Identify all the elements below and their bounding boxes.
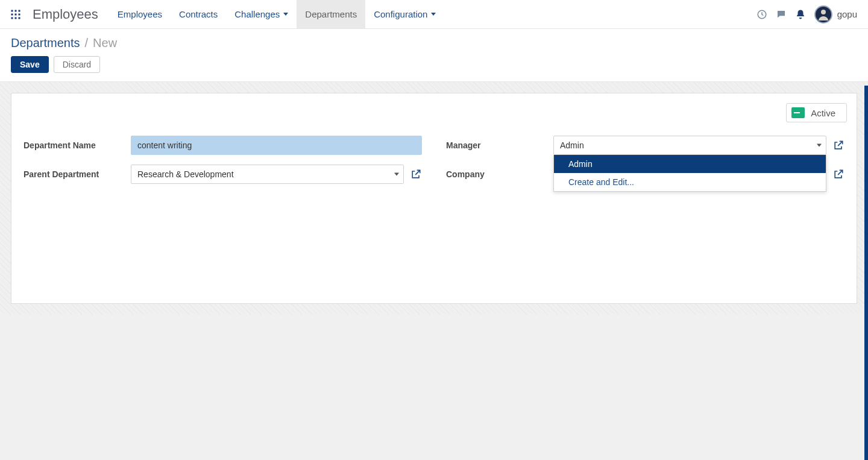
avatar (814, 5, 832, 24)
breadcrumb: Departments / New (11, 36, 857, 50)
svg-rect-2 (19, 10, 20, 11)
svg-rect-1 (15, 10, 17, 11)
row-parent-department: Parent Department (24, 165, 422, 184)
username-label: gopu (837, 9, 857, 19)
form-left-column: Department Name Parent Department (24, 136, 422, 194)
parent-department-input[interactable] (131, 165, 404, 184)
external-link-icon[interactable] (410, 168, 422, 180)
user-menu[interactable]: gopu (814, 5, 857, 24)
status-label: Active (811, 108, 835, 118)
systray: gopu (756, 5, 863, 24)
discard-button[interactable]: Discard (54, 56, 100, 73)
form-right-column: Manager Admin Create and Edit... (446, 136, 844, 194)
nav-item-label: Configuration (374, 9, 427, 19)
label-manager: Manager (446, 140, 553, 150)
manager-input[interactable] (553, 136, 826, 155)
row-department-name: Department Name (24, 136, 422, 155)
external-link-icon[interactable] (832, 168, 844, 180)
nav-item-challenges[interactable]: Challenges (226, 0, 297, 28)
breadcrumb-separator: / (85, 36, 89, 50)
chevron-down-icon (283, 13, 288, 16)
nav-item-label: Challenges (234, 9, 280, 19)
nav-item-label: Employees (118, 9, 162, 19)
svg-rect-5 (19, 13, 20, 15)
svg-rect-8 (19, 17, 20, 19)
sheet-background: Active Department Name Parent Department (0, 82, 868, 315)
apps-launcher-icon[interactable] (5, 9, 27, 20)
svg-point-10 (821, 10, 826, 14)
dropdown-option-admin[interactable]: Admin (554, 155, 826, 173)
action-buttons: Save Discard (11, 56, 857, 73)
archive-icon (791, 107, 805, 118)
top-navbar: Employees Employees Contracts Challenges… (0, 0, 868, 29)
save-button[interactable]: Save (11, 56, 49, 73)
label-company: Company (446, 169, 553, 179)
clock-icon[interactable] (756, 9, 767, 20)
svg-rect-4 (15, 13, 17, 15)
label-department-name: Department Name (24, 140, 131, 150)
bell-icon[interactable] (795, 9, 806, 20)
row-manager: Manager Admin Create and Edit... (446, 136, 844, 155)
chevron-down-icon (431, 13, 436, 16)
nav-item-label: Contracts (179, 9, 218, 19)
nav-item-contracts[interactable]: Contracts (171, 0, 226, 28)
nav-item-employees[interactable]: Employees (109, 0, 171, 28)
manager-dropdown: Admin Create and Edit... (553, 155, 826, 192)
form-sheet: Active Department Name Parent Department (11, 93, 857, 304)
nav-item-configuration[interactable]: Configuration (365, 0, 444, 28)
department-name-input[interactable] (131, 136, 422, 155)
nav-menu: Employees Contracts Challenges Departmen… (109, 0, 445, 28)
breadcrumb-current: New (93, 36, 117, 50)
app-brand[interactable]: Employees (27, 7, 109, 22)
chat-icon[interactable] (776, 9, 787, 20)
nav-item-departments[interactable]: Departments (297, 0, 365, 28)
nav-item-label: Departments (305, 9, 357, 19)
form-grid: Department Name Parent Department (24, 136, 844, 194)
svg-rect-7 (15, 17, 17, 19)
label-parent-department: Parent Department (24, 169, 131, 179)
svg-rect-6 (11, 17, 13, 19)
control-panel: Departments / New Save Discard (0, 29, 868, 82)
breadcrumb-root[interactable]: Departments (11, 36, 80, 50)
right-edge-accent (864, 86, 868, 315)
svg-rect-0 (11, 10, 13, 11)
external-link-icon[interactable] (832, 139, 844, 151)
svg-rect-3 (11, 13, 13, 15)
dropdown-option-create-edit[interactable]: Create and Edit... (554, 173, 826, 191)
status-badge[interactable]: Active (786, 103, 847, 122)
